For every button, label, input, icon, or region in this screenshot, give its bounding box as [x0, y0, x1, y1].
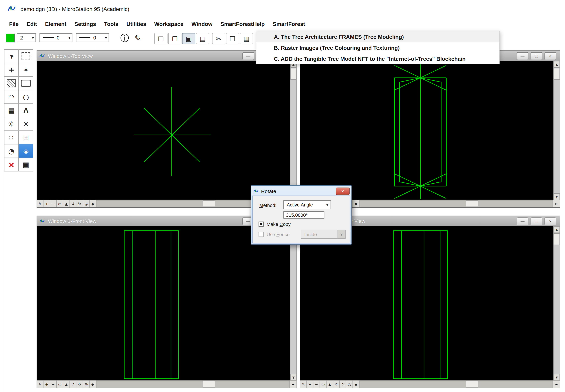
- tool-change-attributes-button[interactable]: ◈: [19, 144, 33, 158]
- fit-view-icon[interactable]: ▲: [63, 380, 70, 388]
- minimize-button[interactable]: —: [242, 52, 254, 60]
- scroll-down-button[interactable]: ▼: [554, 374, 560, 380]
- tool-snaps-button[interactable]: +: [4, 63, 18, 77]
- menu-item-tree-architecture[interactable]: A. The Tree Architecture FRAMES (Tree Mo…: [256, 31, 499, 42]
- active-level-dropdown[interactable]: 2 ▼: [17, 33, 36, 42]
- scroll-down-button[interactable]: ▼: [290, 374, 297, 380]
- minimize-button[interactable]: —: [517, 217, 528, 225]
- print-button[interactable]: ▤: [196, 33, 209, 44]
- menu-edit[interactable]: Edit: [23, 21, 41, 27]
- copy-view-icon[interactable]: ◆: [353, 380, 359, 388]
- use-fence-checkbox[interactable]: [259, 232, 264, 237]
- view-next-icon[interactable]: ↻: [76, 380, 83, 388]
- scroll-down-button[interactable]: ▼: [554, 194, 560, 200]
- tool-delete-element-button[interactable]: ×: [4, 157, 18, 171]
- line-style-dropdown[interactable]: 0 ▼: [40, 33, 72, 42]
- horizontal-scroll-thumb[interactable]: [466, 200, 478, 207]
- view-next-icon[interactable]: ↻: [76, 200, 83, 207]
- view-4-canvas[interactable]: [300, 226, 553, 380]
- camera-view-icon[interactable]: ◎: [83, 380, 90, 388]
- menu-element[interactable]: Element: [41, 21, 71, 27]
- vertical-scrollbar[interactable]: ▲ ▼: [553, 226, 560, 380]
- update-view-icon[interactable]: ✎: [37, 380, 43, 388]
- view-1-canvas[interactable]: [37, 61, 290, 200]
- window-area-icon[interactable]: ▭: [320, 380, 326, 388]
- vertical-scroll-thumb[interactable]: [554, 68, 560, 80]
- vertical-scrollbar[interactable]: ▲ ▼: [290, 226, 297, 380]
- tool-place-arc-button[interactable]: ◠: [4, 90, 18, 104]
- horizontal-scrollbar[interactable]: [359, 380, 553, 388]
- tool-change-color-button[interactable]: ◔: [4, 144, 18, 158]
- angle-tool-icon[interactable]: ✎: [132, 33, 143, 43]
- tool-place-circle-button[interactable]: ○: [19, 90, 33, 104]
- tool-rendering-button[interactable]: ☼: [4, 117, 18, 131]
- tool-place-cell-button[interactable]: ✳: [19, 117, 33, 131]
- horizontal-scroll-thumb[interactable]: [203, 381, 215, 387]
- fit-view-icon[interactable]: ▲: [63, 200, 70, 207]
- menu-smartforesthelp[interactable]: SmartForestHelp: [216, 21, 269, 27]
- active-color-swatch[interactable]: [6, 34, 14, 42]
- tool-fit-element-button[interactable]: ▣: [19, 157, 33, 171]
- horizontal-scrollbar[interactable]: [359, 200, 553, 207]
- zoom-out-icon[interactable]: −: [313, 380, 320, 388]
- open-file-button[interactable]: ❐: [168, 33, 182, 44]
- horizontal-scroll-thumb[interactable]: [466, 381, 478, 387]
- zoom-in-icon[interactable]: +: [43, 380, 50, 388]
- window-area-icon[interactable]: ▭: [57, 200, 63, 207]
- menu-settings[interactable]: Settings: [71, 21, 100, 27]
- scroll-right-button[interactable]: ►: [290, 380, 297, 388]
- fit-view-icon[interactable]: ▲: [326, 380, 333, 388]
- tool-measure-button[interactable]: ∷: [4, 130, 18, 144]
- menu-utilities[interactable]: Utilities: [122, 21, 150, 27]
- vertical-scroll-thumb[interactable]: [290, 68, 297, 80]
- menu-item-add-nft[interactable]: C. ADD the Tangible Tree Model NFT to th…: [256, 53, 499, 64]
- tool-place-text-button[interactable]: A: [19, 103, 33, 117]
- close-button[interactable]: ×: [545, 217, 556, 225]
- save-file-button[interactable]: ▣: [182, 33, 195, 44]
- active-angle-input[interactable]: 315.0000°: [283, 211, 325, 219]
- copy-view-icon[interactable]: ◆: [353, 200, 359, 207]
- menu-workspace[interactable]: Workspace: [150, 21, 187, 27]
- new-file-button[interactable]: ❏: [154, 33, 168, 44]
- zoom-in-icon[interactable]: +: [43, 200, 50, 207]
- menu-item-raster-images[interactable]: B. Raster Images (Tree Colouring and Tex…: [256, 42, 499, 53]
- minimize-button[interactable]: —: [517, 52, 528, 60]
- menu-smartforest[interactable]: SmartForest: [269, 21, 309, 27]
- tool-element-selection-button[interactable]: ➤: [4, 49, 18, 63]
- tool-patterning-button[interactable]: [4, 76, 18, 90]
- menu-file[interactable]: File: [5, 21, 23, 27]
- tool-manipulate-button[interactable]: ⊞: [19, 130, 33, 144]
- close-button[interactable]: ×: [545, 52, 556, 60]
- camera-view-icon[interactable]: ◎: [83, 200, 90, 207]
- vertical-scrollbar[interactable]: ▲ ▼: [553, 61, 560, 200]
- update-view-icon[interactable]: ✎: [300, 380, 307, 388]
- copy-view-icon[interactable]: ◆: [90, 380, 96, 388]
- dialog-close-button[interactable]: ×: [336, 188, 350, 195]
- view-next-icon[interactable]: ↻: [340, 380, 346, 388]
- cut-button[interactable]: ✂: [212, 33, 225, 44]
- app-titlebar[interactable]: demo.dgn (3D) - MicroStation 95 (Academi…: [0, 0, 565, 17]
- view-previous-icon[interactable]: ↺: [333, 380, 339, 388]
- menu-window[interactable]: Window: [187, 21, 216, 27]
- vertical-scroll-thumb[interactable]: [554, 233, 560, 245]
- copy-button[interactable]: ❒: [226, 33, 239, 44]
- element-information-icon[interactable]: ⓘ: [119, 33, 130, 43]
- make-copy-checkbox[interactable]: ×: [259, 222, 264, 227]
- restore-button[interactable]: ▢: [531, 217, 542, 225]
- rotate-dialog-titlebar[interactable]: Rotate ×: [252, 187, 350, 196]
- view-2-canvas[interactable]: [300, 61, 553, 200]
- vertical-scrollbar[interactable]: ▲ ▼: [290, 61, 297, 200]
- scroll-right-button[interactable]: ►: [553, 380, 560, 388]
- tool-view-lamp-button[interactable]: ✶: [19, 63, 33, 77]
- copy-view-icon[interactable]: ◆: [90, 200, 96, 207]
- line-weight-dropdown[interactable]: 0 ▼: [76, 33, 109, 42]
- view-previous-icon[interactable]: ↺: [70, 380, 76, 388]
- horizontal-scroll-thumb[interactable]: [203, 200, 215, 207]
- view-previous-icon[interactable]: ↺: [70, 200, 76, 207]
- method-dropdown[interactable]: Active Angle ▼: [283, 200, 331, 209]
- restore-button[interactable]: ▢: [531, 52, 542, 60]
- menu-tools[interactable]: Tools: [100, 21, 122, 27]
- paste-button[interactable]: ▦: [240, 33, 253, 44]
- scroll-up-button[interactable]: ▲: [554, 226, 560, 233]
- zoom-out-icon[interactable]: −: [50, 380, 57, 388]
